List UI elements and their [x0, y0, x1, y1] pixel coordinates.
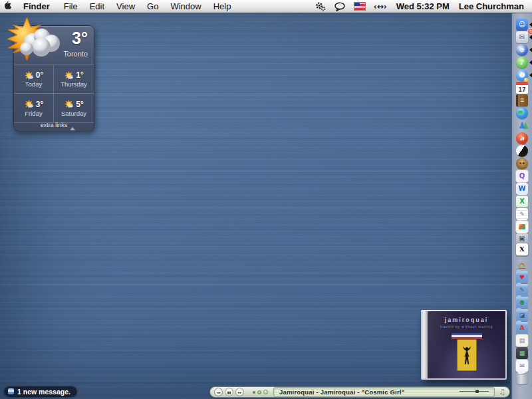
cd-case[interactable]: jamiroquai travelling without moving — [421, 310, 507, 380]
pictures-folder-icon: ◪ — [516, 309, 528, 321]
notification-text: 1 new message. — [17, 388, 70, 396]
documents-folder-icon: ✎ — [516, 284, 528, 296]
menu-item[interactable]: Finder — [17, 0, 58, 13]
dock-item[interactable] — [512, 144, 532, 157]
iphoto-icon — [515, 220, 529, 233]
sun-cloud-icon — [5, 15, 65, 66]
us-flag-icon — [354, 2, 366, 11]
dock-item[interactable]: •• — [512, 157, 532, 170]
x11-icon: X — [515, 243, 529, 256]
mail-icon: ✉ — [516, 31, 528, 43]
running-indicator-icon — [529, 47, 532, 53]
excel-icon: X — [516, 196, 528, 207]
dock-item[interactable]: ♪ — [512, 56, 532, 68]
earth-icon — [516, 107, 528, 119]
extra-links[interactable]: extra links — [14, 122, 94, 131]
running-indicator-icon — [529, 72, 532, 78]
address-book-icon: ≡ — [516, 94, 528, 106]
menu-item[interactable]: File — [58, 0, 84, 13]
trash-icon — [516, 372, 528, 384]
album-art: jamiroquai travelling without moving — [428, 311, 505, 378]
dock-item[interactable]: ♥ — [512, 271, 532, 283]
browser-globe-icon: ⊕ — [516, 44, 528, 56]
dock-item[interactable] — [512, 372, 532, 384]
applications-folder-icon: A — [516, 322, 528, 334]
new-message-notification[interactable]: 1 new message. — [4, 386, 77, 397]
dock-item[interactable]: W — [512, 182, 532, 195]
forward-button[interactable]: ▸▸ — [235, 388, 244, 396]
forecast-grid: 0° Today 1° Thursday — [14, 65, 94, 123]
dock-item[interactable] — [512, 106, 532, 119]
buffalo-man-badge — [457, 339, 477, 371]
chat-menu-extra[interactable] — [330, 0, 350, 13]
forecast-temp: 0° — [36, 70, 43, 80]
dock-item[interactable]: A — [512, 321, 532, 334]
forecast-cell: 3° Friday — [14, 94, 54, 122]
menu-clock[interactable]: Wed 5:32 PM — [391, 1, 455, 11]
menu-item[interactable]: Help — [207, 0, 237, 13]
dock-item[interactable]: ⊕ — [512, 43, 532, 56]
messenger-icon: ♟ — [516, 120, 528, 132]
mail-stamp-icon — [8, 388, 14, 394]
weather-widget[interactable]: 3° Toronto 0° Today — [13, 25, 94, 132]
dock-item[interactable]: ▤ — [512, 334, 532, 346]
mini-sun-icon — [24, 100, 34, 108]
menu-item[interactable]: Go — [141, 0, 164, 13]
forecast-cell: 0° Today — [14, 65, 54, 94]
ichat-icon: ☻ — [516, 69, 528, 81]
dock: ☺ ✉ 1 ⊕ ♪ ☻ 17 ≡ — [511, 13, 532, 399]
dock-item[interactable]: X — [512, 195, 532, 207]
cd-case-spine — [421, 311, 428, 378]
double-arrow-icon: ‹↔› — [374, 2, 387, 11]
menu-extras: ‹↔› Wed 5:32 PM Lee Churchman — [311, 0, 532, 13]
dock-item[interactable]: ✉ 1 — [512, 31, 532, 43]
itunes-icon: ♪ — [516, 57, 528, 68]
dock-item[interactable] — [512, 220, 532, 233]
dock-item[interactable]: ⊕ — [512, 296, 532, 309]
dock-item[interactable]: ♟ — [512, 119, 532, 132]
seek-thumb[interactable] — [475, 390, 479, 393]
now-playing-display: Jamiroquai - Jamiroquai - "Cosmic Girl" — [273, 387, 495, 397]
desktop[interactable]: FinderFileEditViewGoWindowHelp ‹↔› — [0, 0, 532, 399]
dock-item[interactable]: ≡ — [512, 94, 532, 106]
transport-controls: ◂◂▮▮▸▸ — [214, 388, 246, 396]
music-player-bar: ◂◂▮▮▸▸ Jamiroquai - Jamiroquai - "Cosmic… — [209, 386, 510, 398]
dock-item[interactable]: ✎ — [512, 207, 532, 220]
dock-item[interactable]: ▦ — [512, 346, 532, 359]
sync-menu-extra[interactable]: ‹↔› — [370, 0, 391, 13]
menu-item[interactable]: View — [110, 0, 141, 13]
widget-resize-nub[interactable] — [70, 127, 75, 130]
dock-item[interactable]: ☻ — [512, 68, 532, 81]
forecast-day: Today — [25, 80, 42, 88]
forecast-temp: 3° — [36, 100, 43, 109]
dock-item[interactable]: Q — [512, 170, 532, 182]
apple-menu[interactable] — [0, 0, 17, 13]
pause-button[interactable]: ▮▮ — [225, 388, 233, 396]
seek-slider[interactable] — [460, 391, 489, 394]
forecast-day: Friday — [25, 110, 42, 117]
forecast-cell: 1° Thursday — [54, 65, 94, 94]
speech-bubble-icon — [334, 2, 346, 11]
menu-item[interactable]: Edit — [84, 0, 110, 13]
dock-item[interactable]: 17 — [512, 81, 532, 94]
input-menu-extra[interactable] — [350, 0, 370, 13]
mini-sun-icon — [64, 100, 74, 108]
owl-icon: •• — [516, 158, 528, 170]
forecast-temp: 1° — [76, 70, 83, 80]
menu-item[interactable]: Window — [164, 0, 207, 13]
gears-menu-extra[interactable] — [311, 0, 330, 13]
dock-item[interactable]: ✎ — [512, 283, 532, 296]
unread-badge: 1 — [528, 29, 532, 34]
clipboard-icon: ▤ — [515, 334, 529, 347]
dock-item[interactable]: ◪ — [512, 309, 532, 321]
finder-icon: ☺ — [516, 19, 528, 31]
forecast-cell: 5° Saturday — [54, 94, 94, 122]
rewind-button[interactable]: ◂◂ — [214, 388, 223, 396]
player-indicator-dots[interactable] — [253, 390, 268, 394]
dock-item[interactable]: ⌂ — [512, 258, 532, 271]
dock-item[interactable]: X — [512, 245, 532, 258]
album-stripes — [452, 333, 482, 339]
user-menu[interactable]: Lee Churchman — [455, 1, 528, 11]
dock-item[interactable]: a — [512, 132, 532, 144]
artist-logo: jamiroquai — [428, 317, 505, 323]
